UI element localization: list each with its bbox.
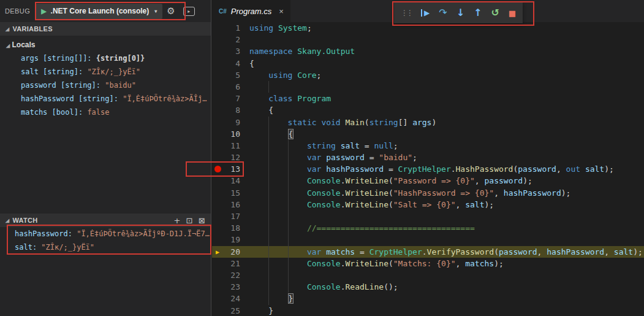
step-over-button[interactable]: ↷ — [439, 8, 447, 18]
glyph-margin[interactable] — [212, 81, 223, 93]
line-number[interactable]: 15 — [223, 187, 240, 199]
line-number[interactable]: 12 — [223, 152, 240, 163]
glyph-margin[interactable] — [212, 22, 223, 34]
line-number[interactable]: 20 — [223, 246, 240, 258]
code-line[interactable]: 23Console.ReadLine(); — [212, 281, 644, 293]
glyph-margin[interactable] — [212, 222, 223, 234]
drag-handle-icon[interactable]: ⋮⋮ — [401, 9, 412, 17]
glyph-margin[interactable] — [212, 45, 223, 57]
code-line[interactable]: 21Console.WriteLine("Matchs: {0}", match… — [212, 258, 644, 269]
add-expression-icon[interactable]: + — [173, 216, 180, 225]
glyph-margin[interactable] — [212, 210, 223, 222]
glyph-margin[interactable] — [212, 69, 223, 81]
line-number[interactable]: 4 — [223, 58, 240, 69]
glyph-margin[interactable] — [212, 34, 223, 45]
line-number[interactable]: 14 — [223, 175, 240, 187]
scope-row-locals[interactable]: ◢ Locals — [0, 38, 211, 52]
line-number[interactable]: 8 — [223, 104, 240, 116]
line-number[interactable]: 10 — [223, 128, 240, 140]
glyph-margin[interactable] — [212, 163, 223, 175]
code-line[interactable]: 3namespace Skany.Output — [212, 45, 644, 57]
start-debugging-icon[interactable]: ▶ — [41, 7, 46, 15]
variable-row[interactable]: salt [string]: "ZÎĸ/;_}yËï" — [0, 65, 211, 79]
line-number[interactable]: 11 — [223, 140, 240, 152]
line-number[interactable]: 21 — [223, 258, 240, 269]
variable-row[interactable]: matchs [bool]: false — [0, 106, 211, 119]
glyph-margin[interactable] — [212, 187, 223, 199]
line-number[interactable]: 17 — [223, 210, 240, 222]
variable-row[interactable]: args [string[]]: {string[0]} — [0, 52, 211, 65]
line-number[interactable]: 2 — [223, 34, 240, 45]
code-line[interactable]: 15Console.WriteLine("HashPassword => {0}… — [212, 187, 644, 199]
line-number[interactable]: 3 — [223, 45, 240, 57]
glyph-margin[interactable] — [212, 175, 223, 187]
line-number[interactable]: 23 — [223, 281, 240, 293]
glyph-margin[interactable] — [212, 104, 223, 116]
line-number[interactable]: 9 — [223, 117, 240, 128]
line-number[interactable]: 1 — [223, 22, 240, 34]
code-line[interactable]: 22 — [212, 269, 644, 281]
code-line[interactable]: 10{ — [212, 128, 644, 140]
variable-row[interactable]: hashPassword [string]: "Ï,Ė‡úÞÖtrê¾àz>ÃÎ… — [0, 92, 211, 106]
code-line[interactable]: 6 — [212, 81, 644, 93]
breakpoint-icon[interactable] — [214, 166, 221, 172]
restart-button[interactable]: ↺ — [491, 8, 499, 18]
code-line[interactable]: 13var hashPassword = CryptHelper.HashPas… — [212, 163, 644, 175]
code-line[interactable]: 9static void Main(string[] args) — [212, 117, 644, 128]
debug-console-icon[interactable]: ▸ — [183, 7, 195, 16]
glyph-margin[interactable] — [212, 152, 223, 163]
remove-all-expressions-icon[interactable]: ⊠ — [199, 216, 205, 225]
variables-section-header[interactable]: ◢ VARIABLES — [0, 22, 211, 36]
watch-section-header[interactable]: ◢ WATCH + ⊡ ⊠ — [0, 214, 211, 227]
code-line[interactable]: 4{ — [212, 58, 644, 69]
line-number[interactable]: 16 — [223, 199, 240, 210]
variable-row[interactable]: password [string]: "baidu" — [0, 79, 211, 92]
code-line[interactable]: 25} — [212, 305, 644, 316]
code-line[interactable]: 19 — [212, 234, 644, 245]
code-line[interactable]: 11string salt = null; — [212, 140, 644, 152]
code-line[interactable]: 14Console.WriteLine("Password => {0}", p… — [212, 175, 644, 187]
code-line[interactable]: 1using System; — [212, 22, 644, 34]
stop-button[interactable]: ■ — [509, 9, 516, 17]
code-line[interactable]: ▶20var matchs = CryptHelper.VerifyPasswo… — [212, 246, 644, 258]
launch-config-picker[interactable]: ▶ .NET Core Launch (console) ▾ — [36, 4, 162, 19]
step-out-button[interactable]: ↑ — [474, 8, 482, 18]
step-into-button[interactable]: ↓ — [456, 8, 464, 18]
line-number[interactable]: 25 — [223, 305, 240, 316]
line-number[interactable]: 19 — [223, 234, 240, 245]
glyph-margin[interactable] — [212, 234, 223, 245]
glyph-margin[interactable] — [212, 140, 223, 152]
glyph-margin[interactable] — [212, 293, 223, 304]
glyph-margin[interactable] — [212, 258, 223, 269]
watch-expression-row[interactable]: hashPassword: "Ï,Ė‡úÞÖtrê¾àz>ÃÎĵºÐ-D1J.Ï… — [0, 227, 211, 241]
close-tab-icon[interactable]: × — [279, 7, 284, 16]
code-line[interactable]: 24} — [212, 293, 644, 304]
glyph-margin[interactable]: ▶ — [212, 246, 223, 258]
glyph-margin[interactable] — [212, 93, 223, 104]
glyph-margin[interactable] — [212, 128, 223, 140]
code-line[interactable]: 7class Program — [212, 93, 644, 104]
code-line[interactable]: 2 — [212, 34, 644, 45]
glyph-margin[interactable] — [212, 269, 223, 281]
line-number[interactable]: 18 — [223, 222, 240, 234]
glyph-margin[interactable] — [212, 305, 223, 316]
code-line[interactable]: 8{ — [212, 104, 644, 116]
glyph-margin[interactable] — [212, 117, 223, 128]
line-number[interactable]: 13 — [223, 163, 240, 175]
gear-icon[interactable]: ⚙ — [167, 6, 175, 17]
code-line[interactable]: 12var password = "baidu"; — [212, 152, 644, 163]
continue-button[interactable]: ▶ — [421, 9, 430, 17]
line-number[interactable]: 7 — [223, 93, 240, 104]
line-number[interactable]: 5 — [223, 69, 240, 81]
glyph-margin[interactable] — [212, 58, 223, 69]
line-number[interactable]: 24 — [223, 293, 240, 304]
code-line[interactable]: 16Console.WriteLine("Salt => {0}", salt)… — [212, 199, 644, 210]
watch-expression-row[interactable]: salt: "ZÎĸ/;_}yËï" — [0, 241, 211, 254]
code-line[interactable]: 18//================================= — [212, 222, 644, 234]
code-line[interactable]: 17 — [212, 210, 644, 222]
collapse-all-icon[interactable]: ⊡ — [186, 216, 193, 225]
tab-program-cs[interactable]: C# Program.cs × — [212, 0, 290, 22]
line-number[interactable]: 6 — [223, 81, 240, 93]
glyph-margin[interactable] — [212, 281, 223, 293]
glyph-margin[interactable] — [212, 199, 223, 210]
